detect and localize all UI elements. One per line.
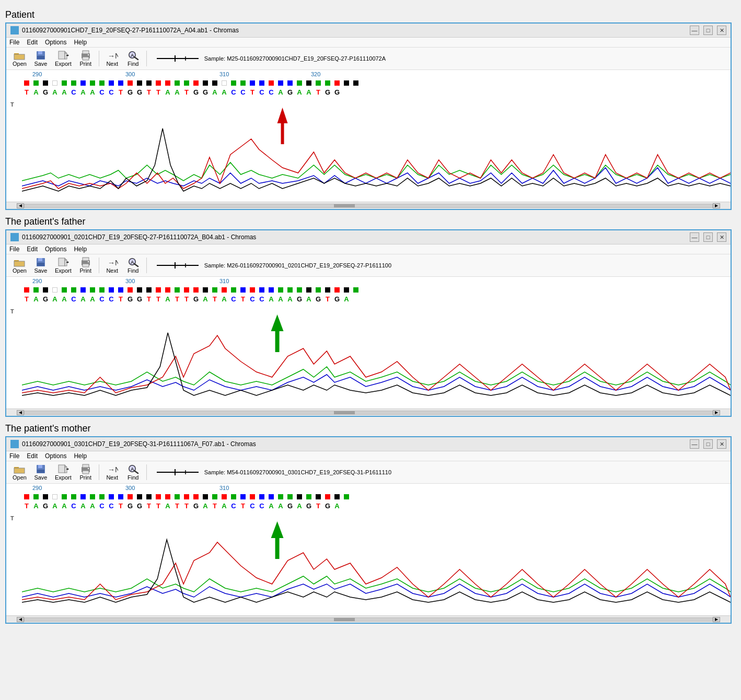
svg-line-43 [134,264,138,266]
mother-menu-file[interactable]: File [9,452,19,460]
mother-menu-options[interactable]: Options [45,452,66,460]
patient-window-title: 01160927000901CHD7_E19_20FSEQ-27-P161110… [22,27,239,34]
mother-menu-edit[interactable]: Edit [27,452,38,460]
father-scroll-thumb[interactable] [334,411,355,414]
father-scrollbar[interactable]: ◀ ▶ [6,409,731,416]
father-menu-options[interactable]: Options [45,246,66,253]
father-scroll-right[interactable]: ▶ [713,410,720,415]
father-scroll-left[interactable]: ◀ [17,410,24,415]
father-find-btn[interactable]: A Find [123,256,143,275]
father-minimize-btn[interactable]: — [690,232,699,242]
mother-export-btn[interactable]: Export [52,463,75,482]
mother-scroll-left[interactable]: ◀ [17,617,24,622]
father-maximize-btn[interactable]: □ [703,232,713,242]
patient-chromatogram [22,97,731,202]
patient-scrollbar[interactable]: ◀ ▶ [6,202,731,209]
svg-rect-64 [88,468,89,469]
patient-menu-options[interactable]: Options [45,39,66,46]
mother-next-icon: →N [106,464,119,474]
father-close-btn[interactable]: ✕ [717,232,726,242]
svg-rect-24 [281,123,284,144]
patient-window: 01160927000901CHD7_E19_20FSEQ-27-P161110… [5,22,732,210]
svg-marker-35 [67,261,69,263]
father-sample-info: Sample: M26-01160927000901_0201CHD7_E19_… [154,260,727,271]
svg-marker-32 [65,258,67,260]
patient-scroll-right[interactable]: ▶ [713,203,720,208]
father-export-btn[interactable]: Export [52,256,75,275]
father-toolbar-sep1 [99,258,99,273]
patient-title-bar: 01160927000901CHD7_E19_20FSEQ-27-P161110… [6,24,731,38]
patient-scroll-left[interactable]: ◀ [17,203,24,208]
patient-menu-file[interactable]: File [9,39,19,46]
father-scroll-track[interactable] [24,411,713,415]
svg-text:A: A [131,53,134,58]
patient-save-btn[interactable]: Save [31,49,51,68]
patient-toolbar-sep2 [146,51,147,66]
mother-menu-help[interactable]: Help [74,452,87,460]
mother-bases-row: T A G A A C A A C C T G G T T A T T G A [22,500,731,511]
mother-svg-container [22,511,731,615]
father-chromatogram [22,304,731,409]
father-sample-label: Sample: M26-01160927000901_0201CHD7_E19_… [204,262,391,269]
patient-open-btn[interactable]: Open [9,49,30,68]
father-find-icon: A [127,257,140,267]
svg-marker-48 [271,314,284,331]
mother-window: 01160927000901_0301CHD7_E19_20FSEQ-31-P1… [5,436,732,624]
mother-maximize-btn[interactable]: □ [703,439,713,449]
patient-scroll-thumb[interactable] [334,204,355,207]
svg-rect-38 [83,264,89,267]
father-menu-bar: File Edit Options Help [6,244,731,254]
patient-find-btn[interactable]: A Find [123,49,143,68]
father-print-btn[interactable]: Print [76,256,96,275]
mother-scroll-right[interactable]: ▶ [713,617,720,622]
mother-section: The patient's mother 01160927000901_0301… [5,423,736,624]
father-chromatogram-area: T 290 300 310 [6,277,731,409]
patient-squares-row [22,79,731,87]
patient-scroll-track[interactable] [24,204,713,208]
patient-print-btn[interactable]: Print [76,49,96,68]
mother-scroll-track[interactable] [24,617,713,622]
father-menu-edit[interactable]: Edit [27,246,38,253]
svg-text:A: A [131,260,134,265]
mother-next-btn[interactable]: →N Next [102,463,122,482]
svg-text:→N: →N [108,259,118,267]
svg-rect-4 [38,51,42,54]
patient-menu-help[interactable]: Help [74,39,87,46]
mother-scroll-thumb[interactable] [334,618,355,621]
mother-save-btn[interactable]: Save [31,463,51,482]
patient-menu-edit[interactable]: Edit [27,39,38,46]
patient-next-btn[interactable]: →N Next [102,49,122,68]
svg-text:A: A [131,466,134,472]
father-menu-file[interactable]: File [9,246,19,253]
mother-toolbar-sep2 [146,464,147,480]
father-save-btn[interactable]: Save [31,256,51,275]
mother-num-row: 290 300 310 [22,484,731,493]
svg-text:→N: →N [108,465,118,474]
father-next-btn[interactable]: →N Next [102,256,122,275]
mother-scrollbar[interactable]: ◀ ▶ [6,615,731,623]
patient-pos-300: 300 [125,71,135,77]
father-open-btn[interactable]: Open [9,256,30,275]
father-open-icon [13,257,26,267]
svg-rect-30 [37,263,44,266]
patient-app-icon [10,26,19,34]
mother-close-btn[interactable]: ✕ [717,439,726,449]
svg-rect-54 [38,465,42,468]
svg-rect-12 [83,51,89,54]
father-menu-help[interactable]: Help [74,246,87,253]
mother-print-btn[interactable]: Print [76,463,96,482]
svg-marker-60 [67,468,69,470]
mother-app-icon [10,440,19,448]
svg-marker-10 [67,54,69,56]
father-num-row: 290 300 310 [22,277,731,286]
mother-open-btn[interactable]: Open [9,463,30,482]
patient-export-btn[interactable]: Export [52,49,75,68]
svg-marker-57 [65,465,67,467]
patient-pos-290: 290 [32,71,42,77]
patient-minimize-btn[interactable]: — [690,26,699,35]
patient-close-btn[interactable]: ✕ [717,26,726,35]
mother-minimize-btn[interactable]: — [690,439,699,449]
svg-rect-74 [275,538,280,559]
mother-find-btn[interactable]: A Find [123,463,143,482]
patient-maximize-btn[interactable]: □ [703,26,713,35]
